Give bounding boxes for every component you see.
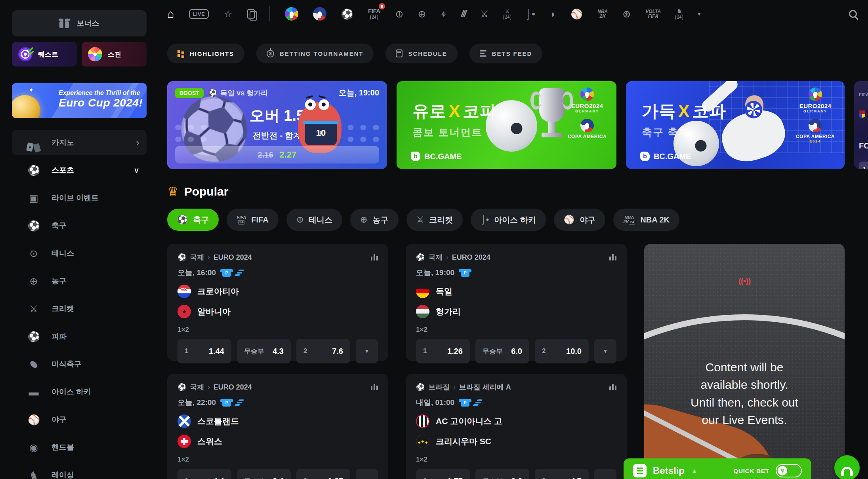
chip-cricket[interactable]: ⚔ 크리켓 [406, 209, 463, 231]
volta-fifa24-icon[interactable]: VOLTAFIFA [645, 9, 661, 19]
sidebar-item-tennis[interactable]: ⊙ 테니스 [12, 241, 147, 266]
sidebar-item-baseball[interactable]: ⚾ 야구 [12, 407, 147, 432]
live-nav-button[interactable]: LIVE [189, 9, 209, 19]
counter-strike-icon[interactable]: ⌖ [441, 9, 446, 19]
more-sports-caret-icon[interactable]: ▾ [698, 11, 700, 17]
tab-bets-feed[interactable]: BETS FEED [469, 44, 543, 63]
more-markets-caret[interactable]: ▾ [356, 469, 378, 479]
match-card[interactable]: ⚽ 국제 › EURO 2024 오늘, 16:00 크로아티아 [167, 244, 388, 361]
odds-button-draw[interactable]: 무승부4.3 [237, 339, 291, 363]
fifa-banner-partial[interactable]: FIFA FC 1 [854, 81, 868, 169]
statistics-icon[interactable] [371, 254, 378, 260]
copa-festival-banner[interactable]: 가득X코파 축구 축제 bBC.GAME EURO2024 GERMANY CO… [626, 81, 845, 169]
euro-cup-promo-banner[interactable]: ✦ Experience the Thrill of the Euro Cup … [12, 83, 147, 118]
match-time: 오늘, 22:00 [177, 397, 216, 408]
lineups-jersey-icon [222, 399, 231, 407]
bonus-button[interactable]: 보너스 [12, 10, 147, 36]
quest-label: 퀘스트 [38, 50, 58, 59]
match-card[interactable]: ⚽ 브라질 › 브라질 세리에 A 내일, 01:00 AC 고이아니스 고 [406, 374, 627, 479]
sidebar-item-soccer[interactable]: ⚽ 축구 [12, 213, 147, 238]
ice-hockey-icon: ⌡• [481, 215, 489, 224]
sidebar-item-handball[interactable]: ◉ 핸드볼 [12, 435, 147, 460]
fifa24-icon[interactable]: FIFA24 [368, 8, 380, 20]
odds-button-away[interactable]: 21.87 [296, 469, 350, 479]
sidebar-item-ice-hockey[interactable]: ▬ 아이스 하키 [12, 379, 147, 405]
match-card[interactable]: ⚽ 국제 › EURO 2024 오늘, 22:00 스코틀랜드 [167, 374, 388, 479]
ice-hockey-icon[interactable]: ⌡• [526, 9, 535, 19]
cricket-icon[interactable]: ⚔ [480, 9, 489, 19]
sidebar-item-racing[interactable]: ♞ 레이싱 [12, 462, 147, 479]
divider [269, 6, 270, 21]
home-icon[interactable]: ⌂ [167, 8, 174, 20]
more-markets-caret[interactable]: ▾ [356, 339, 378, 363]
tab-betting-tournament[interactable]: $ BETTING TOURNAMENT [256, 44, 374, 63]
odds-button-draw[interactable]: 무승부3.4 [237, 469, 291, 479]
tab-schedule[interactable]: SCHEDULE [385, 44, 457, 63]
soccer-icon[interactable]: ⚽ [341, 9, 353, 19]
stats-icon [235, 270, 244, 276]
copa-america-logo[interactable] [313, 7, 326, 21]
horse-racing24-icon[interactable]: ♞24 [675, 8, 683, 20]
esports-league-icon[interactable]: /// [461, 8, 465, 19]
chip-ice-hockey[interactable]: ⌡• 아이스 하키 [471, 209, 546, 231]
odds-button-home[interactable]: 14.4 [177, 469, 231, 479]
chip-fifa[interactable]: FIFA24 FIFA [227, 209, 278, 231]
more-markets-caret[interactable]: ▾ [594, 339, 616, 363]
football-helmet-icon[interactable]: ◗ [550, 9, 556, 19]
section-tabs: HIGHLIGHTS $ BETTING TOURNAMENT SCHEDULE… [167, 44, 868, 63]
euro-2024-logo[interactable] [285, 7, 298, 21]
basketball-icon[interactable]: ⊕ [418, 9, 426, 19]
poker-chip-graphic [745, 101, 762, 118]
odds-button-draw[interactable]: 무승부6.0 [475, 339, 529, 363]
support-chat-button[interactable] [834, 455, 860, 479]
golden-ball-graphic [12, 95, 40, 118]
search-icon[interactable] [849, 10, 857, 18]
statistics-icon[interactable] [609, 384, 616, 390]
spin-button[interactable]: 스핀 [82, 42, 147, 67]
chip-tennis[interactable]: ⊘ 테니스 [286, 209, 342, 231]
odds-button-away[interactable]: 210.0 [535, 339, 589, 363]
nba2k24-icon[interactable]: NBA2K [597, 9, 608, 19]
statistics-icon[interactable] [371, 384, 378, 390]
statistics-icon[interactable] [609, 254, 616, 260]
quest-button[interactable]: 퀘스트 [12, 42, 77, 67]
sidebar-item-live-events[interactable]: ▣ 라이브 이벤트 [12, 185, 147, 211]
chip-basketball[interactable]: ⊕ 농구 [350, 209, 398, 231]
tab-highlights[interactable]: HIGHLIGHTS [167, 44, 244, 63]
odds-button-away[interactable]: 24.7 [535, 469, 589, 479]
odds-button-home[interactable]: 11.26 [416, 339, 470, 363]
chip-soccer[interactable]: ⚽ 축구 [167, 209, 219, 231]
sidebar-item-american-football[interactable]: ⬮ 미식축구 [12, 352, 147, 377]
sidebar-item-cricket[interactable]: ⚔ 크리켓 [12, 296, 147, 321]
more-markets-caret[interactable]: ▾ [594, 469, 616, 479]
tennis-icon[interactable]: ⊘ [395, 9, 403, 19]
popular-title: Popular [184, 185, 229, 198]
odds-button-home[interactable]: 11.77 [416, 469, 470, 479]
match-card[interactable]: ⚽ 국제 › EURO 2024 오늘, 19:00 독일 [406, 244, 627, 361]
sidebar-item-sports[interactable]: ⚽ 스포츠 ∨ [12, 158, 147, 183]
favorites-star-icon[interactable]: ☆ [223, 9, 232, 19]
my-bets-icon[interactable] [247, 9, 255, 19]
cricket24-icon[interactable]: ⚔24 [504, 8, 511, 20]
chip-nba2k[interactable]: NBA2K24 NBA 2K [613, 209, 679, 231]
chip-baseball[interactable]: ⚾ 야구 [554, 209, 605, 231]
odds-button-partial[interactable]: 1 [859, 162, 868, 169]
sidebar-item-basketball[interactable]: ⊕ 농구 [12, 268, 147, 294]
euro-copa-combo-banner[interactable]: 유로X코파 콤보 토너먼트 bBC.GAME EURO2024 GERMANY … [397, 81, 616, 169]
odds-button-home[interactable]: 11.44 [177, 339, 231, 363]
sidebar-item-casino[interactable]: 카지노 › [12, 130, 147, 155]
promo-line1: Experience the Thrill of the [59, 89, 143, 97]
chevron-down-icon: ∨ [134, 166, 139, 174]
boost-odds-banner[interactable]: ⚽ BOOST ⚽독일 vs 헝가리 오늘, 19:00 오버 1.5 전반전 … [167, 81, 387, 169]
odds-button-draw[interactable]: 무승부3.6 [475, 469, 529, 479]
bonus-label: 보너스 [77, 18, 99, 29]
volleyball-icon[interactable]: ⊛ [622, 9, 631, 19]
boost-odds-bar[interactable]: 2.16 2.27 [175, 146, 379, 163]
quick-bet-toggle[interactable]: ↯ [776, 464, 802, 477]
betslip-bar[interactable]: Betslip ▲ QUICK BET ↯ [624, 458, 811, 479]
promo-banners-row: ⚽ BOOST ⚽독일 vs 헝가리 오늘, 19:00 오버 1.5 전반전 … [167, 81, 868, 169]
baseball-icon[interactable]: ⚾ [570, 9, 583, 19]
odds-button-away[interactable]: 27.6 [296, 339, 350, 363]
sidebar-item-fifa[interactable]: ⚽ 피파 [12, 324, 147, 349]
germany-flag [416, 285, 429, 298]
